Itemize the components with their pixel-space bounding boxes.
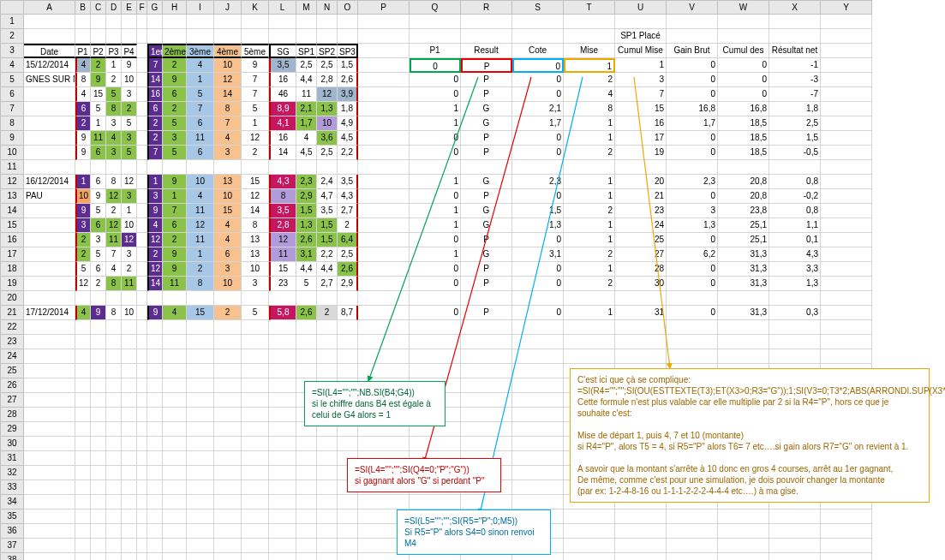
row-header-5[interactable]: 5 (0, 73, 24, 87)
cell-X6[interactable]: -7 (769, 87, 821, 102)
cell-S18[interactable]: 0 (512, 262, 564, 277)
cell-F6[interactable] (137, 87, 147, 102)
cell-S9[interactable]: 0 (512, 131, 564, 146)
cell-L12[interactable]: 4,3 (269, 175, 296, 189)
cell-X11[interactable] (769, 160, 821, 175)
cell-J17[interactable]: 6 (214, 247, 242, 262)
cell-H12[interactable]: 9 (163, 175, 187, 189)
cell-A22[interactable] (24, 320, 75, 335)
cell-Q19[interactable]: 0 (410, 277, 461, 291)
cell-F19[interactable] (137, 277, 147, 291)
cell-J30[interactable] (214, 437, 242, 451)
cell-L25[interactable] (269, 364, 296, 378)
cell-O21[interactable]: 8,7 (338, 306, 358, 320)
cell-C27[interactable] (91, 393, 106, 408)
cell-L13[interactable]: 8 (269, 189, 296, 204)
cell-R28[interactable] (461, 408, 512, 422)
cell-B28[interactable] (75, 408, 91, 422)
cell-I3[interactable]: 3ème (187, 44, 214, 58)
cell-E11[interactable] (122, 160, 137, 175)
cell-R13[interactable]: P (461, 189, 512, 204)
cell-G11[interactable] (147, 160, 163, 175)
cell-F26[interactable] (137, 378, 147, 393)
cell-S4[interactable]: 0 (512, 58, 564, 73)
cell-S1[interactable] (512, 15, 564, 29)
row-header-1[interactable]: 1 (0, 15, 24, 29)
cell-F5[interactable] (137, 73, 147, 87)
cell-Q7[interactable]: 1 (410, 102, 461, 116)
cell-S3[interactable]: Cote (512, 44, 564, 58)
cell-N3[interactable]: SP2 (317, 44, 338, 58)
cell-Y9[interactable] (821, 131, 872, 146)
cell-O9[interactable]: 4,5 (338, 131, 358, 146)
cell-P2[interactable] (358, 29, 410, 44)
cell-A3[interactable]: Date (24, 44, 75, 58)
cell-M2[interactable] (296, 29, 317, 44)
cell-N11[interactable] (317, 160, 338, 175)
cell-V2[interactable] (667, 29, 718, 44)
cell-F13[interactable] (137, 189, 147, 204)
cell-S2[interactable] (512, 29, 564, 44)
cell-H35[interactable] (163, 509, 187, 524)
cell-D36[interactable] (106, 524, 122, 539)
row-header-4[interactable]: 4 (0, 58, 24, 73)
cell-J26[interactable] (214, 378, 242, 393)
cell-C16[interactable]: 3 (91, 233, 106, 247)
cell-L37[interactable] (269, 539, 296, 553)
cell-A4[interactable]: 15/12/2014 (24, 58, 75, 73)
cell-J9[interactable]: 4 (214, 131, 242, 146)
cell-I32[interactable] (187, 466, 214, 480)
cell-Y22[interactable] (821, 320, 872, 335)
cell-X17[interactable]: 4,3 (769, 247, 821, 262)
cell-F35[interactable] (137, 509, 147, 524)
cell-D4[interactable]: 1 (106, 58, 122, 73)
cell-Q15[interactable]: 1 (410, 218, 461, 233)
cell-B32[interactable] (75, 466, 91, 480)
cell-F7[interactable] (137, 102, 147, 116)
cell-W3[interactable]: Cumul des (718, 44, 769, 58)
cell-E6[interactable]: 3 (122, 87, 137, 102)
cell-C6[interactable]: 15 (91, 87, 106, 102)
cell-H6[interactable]: 6 (163, 87, 187, 102)
cell-H18[interactable]: 9 (163, 262, 187, 277)
cell-H37[interactable] (163, 539, 187, 553)
cell-T3[interactable]: Mise (564, 44, 615, 58)
cell-S28[interactable] (512, 408, 564, 422)
cell-G25[interactable] (147, 364, 163, 378)
cell-O37[interactable] (338, 539, 358, 553)
cell-J13[interactable]: 10 (214, 189, 242, 204)
row-header-8[interactable]: 8 (0, 116, 24, 131)
cell-G23[interactable] (147, 335, 163, 349)
cell-I23[interactable] (187, 335, 214, 349)
cell-H19[interactable]: 11 (163, 277, 187, 291)
cell-V17[interactable]: 6,2 (667, 247, 718, 262)
cell-M4[interactable]: 2,5 (296, 58, 317, 73)
cell-U11[interactable] (615, 160, 667, 175)
row-header-25[interactable]: 25 (0, 364, 24, 378)
cell-T24[interactable] (564, 349, 615, 364)
cell-D13[interactable]: 12 (106, 189, 122, 204)
cell-U8[interactable]: 16 (615, 116, 667, 131)
cell-M23[interactable] (296, 335, 317, 349)
cell-N16[interactable]: 1,5 (317, 233, 338, 247)
cell-A21[interactable]: 17/12/2014 (24, 306, 75, 320)
cell-H27[interactable] (163, 393, 187, 408)
cell-B18[interactable]: 5 (75, 262, 91, 277)
cell-M5[interactable]: 4,4 (296, 73, 317, 87)
cell-V38[interactable] (667, 553, 718, 560)
cell-K22[interactable] (242, 320, 269, 335)
row-header-35[interactable]: 35 (0, 509, 24, 524)
cell-K28[interactable] (242, 408, 269, 422)
cell-X3[interactable]: Résultat net (769, 44, 821, 58)
cell-U24[interactable] (615, 349, 667, 364)
cell-H10[interactable]: 5 (163, 146, 187, 160)
cell-U15[interactable]: 24 (615, 218, 667, 233)
cell-P17[interactable] (358, 247, 410, 262)
cell-E9[interactable]: 3 (122, 131, 137, 146)
cell-R20[interactable] (461, 291, 512, 306)
cell-B8[interactable]: 2 (75, 116, 91, 131)
cell-J37[interactable] (214, 539, 242, 553)
cell-T9[interactable]: 1 (564, 131, 615, 146)
cell-E22[interactable] (122, 320, 137, 335)
cell-S11[interactable] (512, 160, 564, 175)
